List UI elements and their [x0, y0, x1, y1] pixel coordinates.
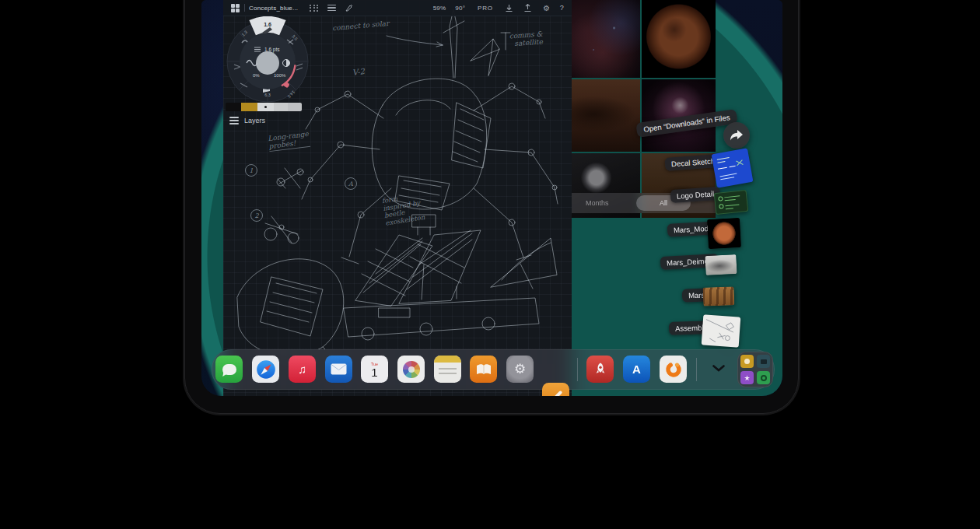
- document-title[interactable]: Concepts_blue...: [249, 5, 298, 12]
- pen-nib-icon[interactable]: [343, 2, 354, 13]
- calendar-day: 1: [371, 366, 377, 378]
- pen-slash-icon: [549, 390, 562, 396]
- dock-safari-icon[interactable]: [252, 356, 279, 383]
- swatch-selected-dot: [264, 106, 267, 108]
- ipad-device-frame: Concepts_blue... 59% 90° PRO: [184, 0, 799, 414]
- brush-wheel[interactable]: 1.6 1.3 3.5: [225, 16, 310, 103]
- layers-button[interactable]: Layers: [229, 117, 265, 124]
- ipad-screen: Concepts_blue... 59% 90° PRO: [201, 0, 782, 396]
- chevron-down-icon[interactable]: [712, 365, 725, 372]
- drag-thumb-mars[interactable]: [703, 286, 735, 306]
- import-icon[interactable]: [504, 2, 515, 13]
- drag-label: Logo Detail: [670, 187, 720, 203]
- dock-rocket-icon[interactable]: [586, 356, 614, 383]
- dock-calendar-icon[interactable]: Tue 1: [361, 356, 388, 383]
- dock-photos-icon[interactable]: [397, 356, 425, 383]
- annotation-marker-a: A: [345, 177, 357, 190]
- drag-thumb-decal[interactable]: [712, 148, 754, 187]
- annotation-marker-2: 2: [250, 209, 263, 222]
- dock-sketch-pen-icon[interactable]: [542, 383, 569, 396]
- notes-line: [439, 373, 457, 374]
- concepts-c-icon: [663, 359, 684, 380]
- photos-app-panel: Months All: [572, 0, 716, 218]
- camera-mini-icon: [757, 355, 770, 368]
- export-share-icon[interactable]: [523, 2, 534, 13]
- dock-recent-apps-tile[interactable]: ★: [737, 352, 773, 387]
- dock-appstore-icon[interactable]: A: [623, 356, 650, 383]
- dock-settings-icon[interactable]: ⚙: [506, 356, 534, 383]
- pro-badge[interactable]: PRO: [478, 5, 493, 12]
- opacity-min: 0%: [253, 73, 260, 78]
- drag-thumb-assembly[interactable]: [702, 314, 741, 347]
- photos-pinwheel-icon: [403, 361, 420, 378]
- drag-thumb-mars-deimos[interactable]: [705, 254, 737, 275]
- dock-divider: [577, 358, 578, 381]
- color-swatch-bar[interactable]: [226, 103, 302, 111]
- concepts-toolbar: Concepts_blue... 59% 90° PRO: [223, 0, 572, 16]
- scene-background: Concepts_blue... 59% 90° PRO: [0, 0, 980, 529]
- gear-icon: ⚙: [514, 361, 526, 377]
- layers-icon: [229, 117, 239, 124]
- swatch-mid-gray[interactable]: [288, 103, 302, 111]
- dock: ♫ Tue 1: [212, 349, 775, 390]
- photo-mars-globe[interactable]: [642, 0, 716, 78]
- layers-label: Layers: [244, 117, 265, 124]
- tab-months[interactable]: Months: [586, 199, 609, 207]
- envelope-icon: [331, 363, 347, 375]
- activity-mini-icon: [757, 371, 770, 384]
- help-icon[interactable]: ?: [560, 4, 564, 12]
- star-mini-icon: ★: [740, 371, 754, 384]
- settings-gear-icon[interactable]: ⚙: [541, 2, 552, 13]
- drag-thumb-logo[interactable]: [714, 190, 749, 215]
- swatch-gold[interactable]: [241, 103, 257, 111]
- swatch-gray[interactable]: [274, 103, 288, 111]
- drag-thumb-mars-model[interactable]: [707, 218, 741, 249]
- annotation-form-inspired: form inspired by beetle exoskeleton: [381, 191, 425, 227]
- concepts-canvas[interactable]: Concepts_blue... 59% 90° PRO: [223, 0, 572, 396]
- tips-mini-icon: [740, 355, 754, 368]
- opacity-max: 100%: [274, 73, 286, 78]
- forward-arrow-icon: [730, 129, 744, 142]
- dock-concepts-icon[interactable]: [660, 356, 687, 383]
- dock-books-icon[interactable]: [470, 356, 497, 383]
- notes-band: [434, 356, 461, 363]
- layers-list-icon[interactable]: [326, 2, 337, 13]
- photo-mars-surface[interactable]: [572, 79, 640, 152]
- rotation-value[interactable]: 90°: [455, 5, 465, 12]
- photo-horsehead-nebula[interactable]: [572, 0, 640, 78]
- zoom-level[interactable]: 59%: [433, 5, 446, 12]
- rocket-icon: [593, 362, 608, 377]
- notes-line: [439, 368, 457, 370]
- swatch-light-gray[interactable]: [257, 103, 274, 111]
- dock-divider: [696, 358, 697, 381]
- annotation-marker-1: 1: [245, 164, 257, 177]
- open-book-icon: [475, 363, 492, 377]
- annotation-comms: comms & satellite: [509, 30, 543, 48]
- drag-item-logo-detail[interactable]: Logo Detail: [670, 188, 720, 201]
- compass-icon: [256, 359, 276, 380]
- app-grid-icon[interactable]: [229, 2, 240, 13]
- chat-bubble-icon: [222, 364, 236, 375]
- share-forward-button[interactable]: [723, 122, 750, 149]
- dock-messages-icon[interactable]: [215, 356, 243, 383]
- music-note-icon: ♫: [298, 363, 306, 376]
- swatch-black[interactable]: [226, 103, 241, 111]
- dock-music-icon[interactable]: ♫: [289, 356, 316, 383]
- dock-mail-icon[interactable]: [325, 356, 352, 383]
- active-brush-size: 1.6: [264, 22, 271, 27]
- dock-notes-icon[interactable]: [434, 356, 461, 383]
- appstore-a-icon: A: [632, 363, 641, 376]
- precision-grid-icon[interactable]: [309, 2, 320, 13]
- brush-size-bottom: 6.3: [264, 93, 271, 97]
